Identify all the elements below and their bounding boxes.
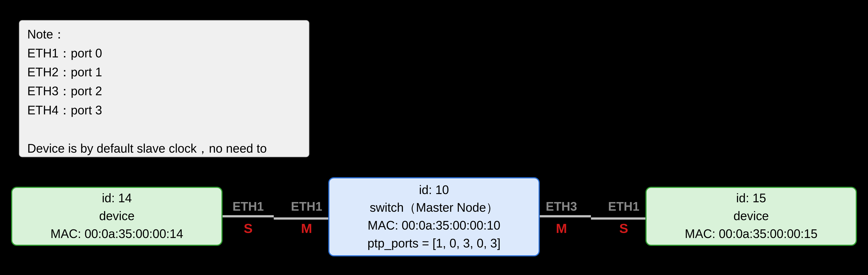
note-box: Note： ETH1：port 0 ETH2：port 1 ETH3：port … (19, 20, 309, 157)
node-mac: MAC: 00:0a:35:00:00:15 (650, 225, 852, 243)
node-switch: id: 10 switch（Master Node） MAC: 00:0a:35… (328, 177, 539, 256)
link-right-ms-b: S (619, 221, 628, 236)
node-device-left: id: 14 device MAC: 00:0a:35:00:00:14 (11, 187, 222, 246)
node-mac: MAC: 00:0a:35:00:00:14 (16, 225, 218, 243)
note-line-eth2: ETH2：port 1 (27, 63, 301, 82)
link-right-ms-a: M (556, 221, 567, 236)
link-right-segment-a (540, 215, 591, 217)
note-footer: Device is by default slave clock，no need… (27, 139, 301, 157)
node-type: switch（Master Node） (333, 199, 535, 217)
link-right-eth-a: ETH3 (546, 199, 577, 214)
link-left-segment-a (223, 215, 274, 217)
node-id: id: 15 (650, 190, 852, 208)
node-ptp: ptp_ports = [1, 0, 3, 0, 3] (333, 235, 535, 252)
note-blank (27, 120, 301, 139)
link-left-eth-a: ETH1 (232, 199, 264, 214)
node-id: id: 14 (16, 190, 218, 208)
link-left-segment-b (274, 217, 328, 220)
note-line-eth3: ETH3：port 2 (27, 82, 301, 101)
node-device-right: id: 15 device MAC: 00:0a:35:00:00:15 (645, 187, 857, 246)
link-right-eth-b: ETH1 (608, 199, 640, 214)
link-left-ms-b: M (301, 221, 312, 236)
node-type: device (16, 207, 218, 225)
note-title: Note： (27, 25, 301, 44)
node-id: id: 10 (333, 181, 535, 199)
node-mac: MAC: 00:0a:35:00:00:10 (333, 217, 535, 235)
link-left-ms-a: S (244, 221, 252, 236)
note-line-eth4: ETH4：port 3 (27, 101, 301, 120)
node-type: device (650, 207, 852, 225)
link-left-eth-b: ETH1 (291, 199, 322, 214)
diagram-canvas: Note： ETH1：port 0 ETH2：port 1 ETH3：port … (0, 0, 868, 275)
link-right-segment-b (591, 217, 646, 220)
note-line-eth1: ETH1：port 0 (27, 44, 301, 63)
